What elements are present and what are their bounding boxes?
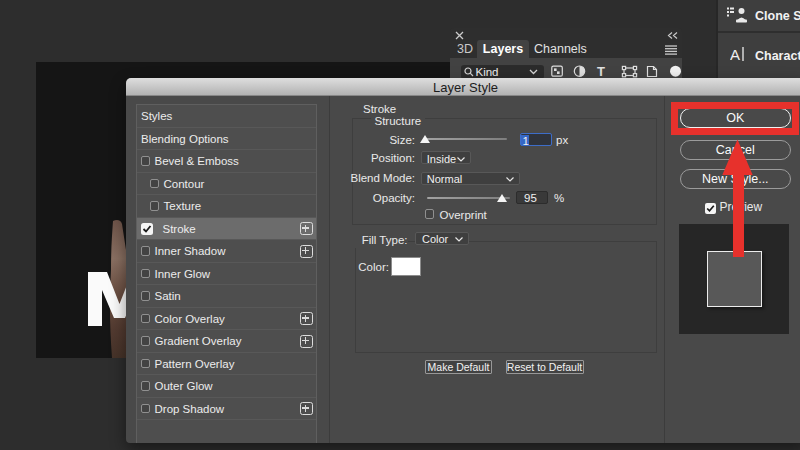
svg-text:A: A (730, 46, 740, 62)
svg-text:T: T (597, 65, 605, 78)
